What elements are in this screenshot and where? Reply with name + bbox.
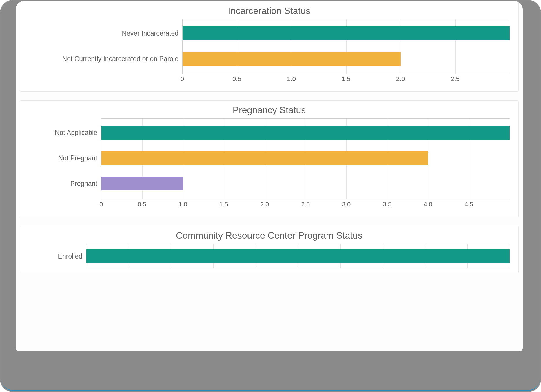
- chart-plot-pregnancy[interactable]: Not Applicable Not Pregnant Pregnant 0 0…: [101, 118, 510, 211]
- bar-never-incarcerated[interactable]: Never Incarcerated: [183, 26, 510, 40]
- plot-area: Not Applicable Not Pregnant Pregnant: [101, 118, 510, 199]
- bar-fill: [101, 126, 510, 140]
- chart-plot-incarceration[interactable]: Never Incarcerated Not Currently Incarce…: [182, 19, 510, 86]
- bar-fill: [183, 26, 510, 40]
- bar-label: Not Applicable: [55, 126, 101, 140]
- x-tick: 2.5: [451, 75, 460, 83]
- bar-not-applicable[interactable]: Not Applicable: [101, 126, 510, 140]
- x-tick: 1.5: [219, 201, 228, 208]
- x-tick: 4.5: [465, 201, 473, 208]
- dashboard-panel: Incarceration Status Never Incarcerated …: [16, 1, 523, 351]
- x-tick: 1.5: [342, 75, 351, 83]
- x-axis-cutoff: [86, 268, 510, 273]
- bar-fill: [101, 177, 183, 190]
- x-tick: 2.0: [396, 75, 405, 83]
- bar-enrolled[interactable]: Enrolled: [86, 249, 510, 263]
- x-axis: 0 0.5 1.0 1.5 2.0 2.5: [182, 74, 510, 86]
- bar-pregnant[interactable]: Pregnant: [101, 177, 510, 190]
- bar-fill: [183, 52, 401, 66]
- x-tick: 0.5: [232, 75, 241, 83]
- chart-title: Pregnancy Status: [20, 101, 518, 118]
- bar-not-pregnant[interactable]: Not Pregnant: [101, 151, 510, 165]
- x-tick: 3.0: [342, 201, 351, 208]
- x-tick: 0: [99, 201, 103, 208]
- chart-title: Incarceration Status: [20, 1, 518, 19]
- bar-label: Never Incarcerated: [122, 26, 183, 40]
- plot-area: Never Incarcerated Not Currently Incarce…: [182, 19, 510, 74]
- bar-fill: [101, 151, 428, 165]
- chart-title: Community Resource Center Program Status: [20, 226, 518, 244]
- plot-area: Enrolled: [86, 244, 510, 268]
- x-tick: 4.0: [424, 201, 433, 208]
- chart-plot-crc[interactable]: Enrolled: [86, 244, 510, 273]
- x-tick: 2.0: [260, 201, 269, 208]
- device-frame: Incarceration Status Never Incarcerated …: [0, 0, 541, 392]
- x-tick: 0.5: [138, 201, 147, 208]
- x-tick: 2.5: [301, 201, 310, 208]
- x-tick: 1.0: [287, 75, 296, 83]
- bar-label: Not Pregnant: [58, 151, 101, 165]
- x-axis: 0 0.5 1.0 1.5 2.0 2.5 3.0 3.5 4.0 4.5: [101, 199, 510, 211]
- bar-label: Pregnant: [70, 177, 101, 190]
- bar-label: Enrolled: [58, 249, 86, 263]
- chart-card-crc: Community Resource Center Program Status…: [20, 226, 519, 273]
- chart-card-incarceration: Incarceration Status Never Incarcerated …: [20, 1, 519, 92]
- x-tick: 1.0: [178, 201, 187, 208]
- x-tick: 0: [181, 75, 184, 83]
- bar-fill: [86, 249, 510, 263]
- x-tick: 3.5: [383, 201, 392, 208]
- chart-card-pregnancy: Pregnancy Status Not Applicable: [20, 100, 519, 217]
- bar-label: Not Currently Incarcerated or on Parole: [62, 52, 183, 66]
- bar-not-currently-incarcerated[interactable]: Not Currently Incarcerated or on Parole: [183, 52, 510, 66]
